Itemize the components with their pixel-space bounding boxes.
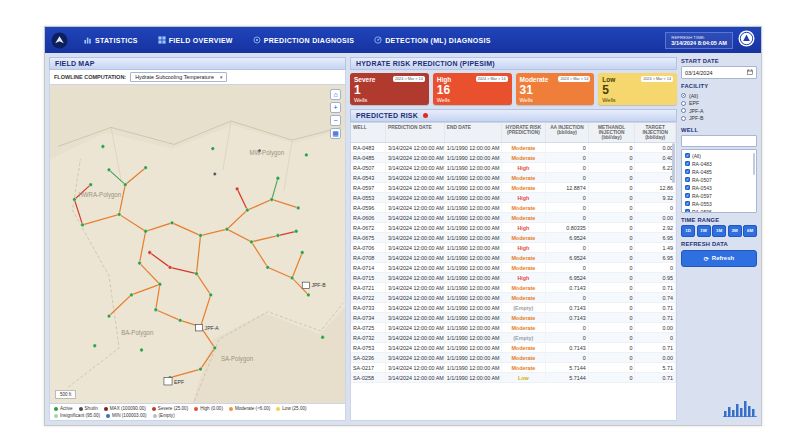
cell-well: RA-0708	[351, 253, 385, 263]
table-row[interactable]: RA-04853/14/2024 12:00:00 AM1/1/1990 12:…	[351, 153, 676, 163]
cell-well: SA-0258	[351, 373, 385, 383]
table-row[interactable]: RA-05973/14/2024 12:00:00 AM1/1/1990 12:…	[351, 183, 676, 193]
well-option[interactable]: ✓RA-0483	[685, 161, 753, 167]
risk-card-date[interactable]: 2024 > Mar > 14	[641, 76, 673, 82]
flowline-computation-select[interactable]: Hydrate Subcooling Temperature ▾	[130, 72, 227, 82]
well-list[interactable]: ✓(All)✓RA-0483✓RA-0485✓RA-0507✓RA-0543✓R…	[681, 149, 757, 213]
table-row[interactable]: RA-06723/14/2024 12:00:00 AM1/1/1990 12:…	[351, 223, 676, 233]
table-row[interactable]: RA-07213/14/2024 12:00:00 AM1/1/1990 12:…	[351, 283, 676, 293]
column-header[interactable]: END DATE	[444, 123, 501, 143]
table-scrollbar[interactable]	[672, 143, 675, 183]
nav-tab[interactable]: STATISTICS	[74, 27, 148, 53]
risk-card-unit: Wells	[354, 97, 425, 103]
column-header[interactable]: METHANOL INJECTION (bbl/day)	[588, 123, 635, 143]
column-header[interactable]: AA INJECTION (bbl/day)	[546, 123, 589, 143]
table-row[interactable]: RA-07153/14/2024 12:00:00 AM1/1/1990 12:…	[351, 273, 676, 283]
time-range-button[interactable]: 6M	[743, 225, 757, 237]
risk-card-date[interactable]: 2024 > Mar > 14	[393, 76, 425, 82]
nav-tab[interactable]: DETECTION (ML) DIAGNOSIS	[364, 27, 501, 53]
table-row[interactable]: RA-05963/14/2024 12:00:00 AM1/1/1990 12:…	[351, 203, 676, 213]
table-row[interactable]: RA-07223/14/2024 12:00:00 AM1/1/1990 12:…	[351, 293, 676, 303]
legend-dot	[54, 407, 58, 411]
well-option[interactable]: ✓RA-0596	[685, 209, 753, 213]
column-header[interactable]: WELL	[351, 123, 385, 143]
cell-aa-injection: 6.9524	[546, 233, 589, 243]
table-row[interactable]: RA-06753/14/2024 12:00:00 AM1/1/1990 12:…	[351, 233, 676, 243]
nav-tab[interactable]: FIELD OVERVIEW	[148, 27, 243, 53]
map-home-button[interactable]: ⌂	[330, 89, 341, 100]
risk-card[interactable]: Moderate2024 > Mar > 1431Wells	[516, 73, 595, 105]
table-row[interactable]: SA-02363/14/2024 12:00:00 AM1/1/1990 12:…	[351, 353, 676, 363]
cell-end-date: 1/1/1990 12:00:00 AM	[444, 193, 501, 203]
column-header[interactable]: PREDICTION DATE	[385, 123, 444, 143]
risk-card[interactable]: Low2024 > Mar > 145Wells	[598, 73, 677, 105]
well-option[interactable]: ✓RA-0597	[685, 193, 753, 199]
checkbox-icon: ✓	[685, 185, 690, 190]
cell-methanol-injection: 0	[588, 193, 635, 203]
cell-well: RA-0734	[351, 313, 385, 323]
cell-end-date: 1/1/1990 12:00:00 AM	[444, 213, 501, 223]
cell-prediction-date: 3/14/2024 12:00:00 AM	[385, 373, 444, 383]
table-row[interactable]: RA-07143/14/2024 12:00:00 AM1/1/1990 12:…	[351, 263, 676, 273]
time-range-button[interactable]: 1W	[697, 225, 711, 237]
cell-end-date: 1/1/1990 12:00:00 AM	[444, 243, 501, 253]
table-row[interactable]: RA-05073/14/2024 12:00:00 AM1/1/1990 12:…	[351, 163, 676, 173]
facility-option[interactable]: (All)	[681, 93, 757, 99]
table-row[interactable]: SA-02583/14/2024 12:00:00 AM1/1/1990 12:…	[351, 373, 676, 383]
risk-card[interactable]: High2024 > Mar > 1416Wells	[433, 73, 512, 105]
refresh-button[interactable]: ⟳ Refresh	[681, 250, 757, 267]
table-row[interactable]: RA-07333/14/2024 12:00:00 AM1/1/1990 12:…	[351, 303, 676, 313]
time-range-button[interactable]: 1D	[681, 225, 695, 237]
well-search-input[interactable]	[681, 135, 757, 147]
calendar-icon[interactable]	[747, 69, 753, 76]
nav-tab[interactable]: PREDICTION DIAGNOSIS	[243, 27, 364, 53]
cell-target-injection: 5.71	[635, 363, 676, 373]
time-range-button[interactable]: 3M	[728, 225, 742, 237]
well-option[interactable]: ✓RA-0543	[685, 185, 753, 191]
table-row[interactable]: RA-07253/14/2024 12:00:00 AM1/1/1990 12:…	[351, 323, 676, 333]
table-row[interactable]: RA-05433/14/2024 12:00:00 AM1/1/1990 12:…	[351, 173, 676, 183]
risk-card[interactable]: Severe2024 > Mar > 141Wells	[350, 73, 429, 105]
risk-card-date[interactable]: 2024 > Mar > 14	[476, 76, 508, 82]
facility-option[interactable]: JPF-A	[681, 108, 757, 114]
facility-option[interactable]: JPF-B	[681, 115, 757, 121]
column-header[interactable]: TARGET INJECTION (bbl/day)	[635, 123, 676, 143]
map-viewport[interactable]: MW-Polygon HWRA-Polygon BA-Polygon SA-Po…	[49, 85, 346, 404]
well-option[interactable]: ✓RA-0485	[685, 169, 753, 175]
table-row[interactable]: SA-02173/14/2024 12:00:00 AM1/1/1990 12:…	[351, 363, 676, 373]
refresh-button-label: Refresh	[712, 255, 734, 261]
map-label-hwra-polygon: HWRA-Polygon	[78, 191, 121, 198]
facility-option[interactable]: EPF	[681, 100, 757, 106]
map-layers-button[interactable]: ▦	[330, 128, 341, 139]
field-map-canvas[interactable]: MW-Polygon HWRA-Polygon BA-Polygon SA-Po…	[50, 85, 345, 403]
well-option[interactable]: ✓RA-0553	[685, 201, 753, 207]
start-date-input[interactable]: 03/14/2024	[681, 66, 757, 79]
cell-well: SA-0236	[351, 353, 385, 363]
table-row[interactable]: RA-07533/14/2024 12:00:00 AM1/1/1990 12:…	[351, 343, 676, 353]
table-row[interactable]: RA-05533/14/2024 12:00:00 AM1/1/1990 12:…	[351, 193, 676, 203]
well-option[interactable]: ✓(All)	[685, 153, 753, 159]
cell-end-date: 1/1/1990 12:00:00 AM	[444, 343, 501, 353]
table-row[interactable]: RA-07063/14/2024 12:00:00 AM1/1/1990 12:…	[351, 243, 676, 253]
table-row[interactable]: RA-07323/14/2024 12:00:00 AM1/1/1990 12:…	[351, 333, 676, 343]
table-row[interactable]: RA-06063/14/2024 12:00:00 AM1/1/1990 12:…	[351, 213, 676, 223]
cell-aa-injection: 0	[546, 243, 589, 253]
risk-table-body: RA-04833/14/2024 12:00:00 AM1/1/1990 12:…	[351, 143, 676, 383]
cell-risk: Moderate	[501, 313, 546, 323]
well-option[interactable]: ✓RA-0507	[685, 177, 753, 183]
legend-dot	[79, 407, 83, 411]
map-zoom-out-button[interactable]: −	[330, 115, 341, 126]
cell-prediction-date: 3/14/2024 12:00:00 AM	[385, 313, 444, 323]
time-range-button[interactable]: 1M	[712, 225, 726, 237]
legend-label: High (0.00)	[200, 406, 223, 411]
cell-risk: Moderate	[501, 173, 546, 183]
cell-methanol-injection: 0	[588, 143, 635, 153]
well-list-scrollbar[interactable]	[753, 153, 756, 175]
column-header[interactable]: HYDRATE RISK (PREDICTION)	[501, 123, 546, 143]
map-zoom-in-button[interactable]: +	[330, 102, 341, 113]
risk-card-date[interactable]: 2024 > Mar > 14	[558, 76, 590, 82]
table-row[interactable]: RA-07083/14/2024 12:00:00 AM1/1/1990 12:…	[351, 253, 676, 263]
table-row[interactable]: RA-07343/14/2024 12:00:00 AM1/1/1990 12:…	[351, 313, 676, 323]
checkbox-icon: ✓	[685, 177, 690, 182]
table-row[interactable]: RA-04833/14/2024 12:00:00 AM1/1/1990 12:…	[351, 143, 676, 153]
